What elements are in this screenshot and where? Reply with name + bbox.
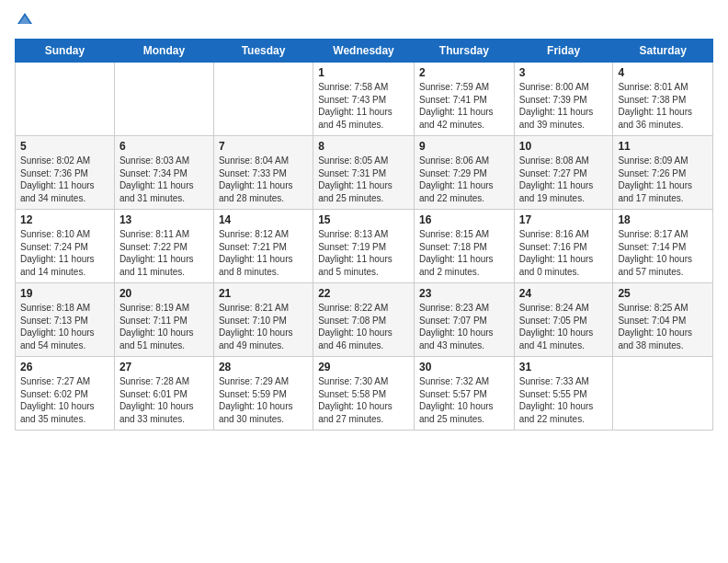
week-row-3: 12Sunrise: 8:10 AM Sunset: 7:24 PM Dayli… [16,210,713,283]
day-info: Sunrise: 8:08 AM Sunset: 7:27 PM Dayligh… [519,155,609,204]
day-info: Sunrise: 7:27 AM Sunset: 6:02 PM Dayligh… [20,375,109,425]
calendar-cell: 13Sunrise: 8:11 AM Sunset: 7:22 PM Dayli… [114,210,213,283]
calendar-cell: 20Sunrise: 8:19 AM Sunset: 7:11 PM Dayli… [114,283,213,357]
day-number: 28 [219,361,308,373]
calendar-body: 1Sunrise: 7:58 AM Sunset: 7:43 PM Daylig… [16,63,713,431]
day-number: 12 [20,213,109,226]
calendar-cell [16,63,115,136]
day-info: Sunrise: 8:25 AM Sunset: 7:04 PM Dayligh… [618,302,708,351]
day-number: 22 [318,287,409,300]
weekday-header-friday: Friday [514,40,613,63]
calendar-cell: 21Sunrise: 8:21 AM Sunset: 7:10 PM Dayli… [213,283,313,357]
logo [15,11,35,31]
calendar-cell: 5Sunrise: 8:02 AM Sunset: 7:36 PM Daylig… [16,136,115,210]
calendar-cell: 11Sunrise: 8:09 AM Sunset: 7:26 PM Dayli… [613,136,713,210]
calendar-cell: 30Sunrise: 7:32 AM Sunset: 5:57 PM Dayli… [414,357,514,431]
day-number: 30 [419,361,509,373]
day-info: Sunrise: 7:28 AM Sunset: 6:01 PM Dayligh… [119,375,209,425]
day-number: 10 [519,140,609,153]
weekday-header-tuesday: Tuesday [213,40,313,63]
day-number: 21 [219,287,308,300]
day-info: Sunrise: 8:15 AM Sunset: 7:18 PM Dayligh… [419,228,509,278]
calendar-cell: 12Sunrise: 8:10 AM Sunset: 7:24 PM Dayli… [16,210,115,283]
week-row-4: 19Sunrise: 8:18 AM Sunset: 7:13 PM Dayli… [16,283,713,357]
calendar-cell: 18Sunrise: 8:17 AM Sunset: 7:14 PM Dayli… [613,210,713,283]
day-number: 14 [219,213,308,226]
day-number: 4 [618,66,708,79]
calendar-cell: 3Sunrise: 8:00 AM Sunset: 7:39 PM Daylig… [514,63,613,136]
day-info: Sunrise: 8:10 AM Sunset: 7:24 PM Dayligh… [20,228,109,278]
day-info: Sunrise: 8:16 AM Sunset: 7:16 PM Dayligh… [519,228,609,278]
calendar-cell: 6Sunrise: 8:03 AM Sunset: 7:34 PM Daylig… [114,136,213,210]
day-info: Sunrise: 8:05 AM Sunset: 7:31 PM Dayligh… [318,155,409,204]
day-number: 19 [20,287,109,300]
day-info: Sunrise: 7:58 AM Sunset: 7:43 PM Dayligh… [318,81,409,131]
day-number: 3 [519,66,609,79]
logo-icon [17,11,33,28]
day-info: Sunrise: 7:33 AM Sunset: 5:55 PM Dayligh… [519,375,609,425]
day-info: Sunrise: 7:59 AM Sunset: 7:41 PM Dayligh… [419,81,509,131]
calendar-cell: 31Sunrise: 7:33 AM Sunset: 5:55 PM Dayli… [514,357,613,431]
weekday-header-sunday: Sunday [16,40,115,63]
day-info: Sunrise: 8:23 AM Sunset: 7:07 PM Dayligh… [419,302,509,351]
day-info: Sunrise: 8:04 AM Sunset: 7:33 PM Dayligh… [219,155,308,204]
calendar-cell: 10Sunrise: 8:08 AM Sunset: 7:27 PM Dayli… [514,136,613,210]
calendar-cell: 2Sunrise: 7:59 AM Sunset: 7:41 PM Daylig… [414,63,514,136]
calendar: SundayMondayTuesdayWednesdayThursdayFrid… [15,39,713,431]
calendar-cell: 1Sunrise: 7:58 AM Sunset: 7:43 PM Daylig… [313,63,415,136]
calendar-cell: 4Sunrise: 8:01 AM Sunset: 7:38 PM Daylig… [613,63,713,136]
day-info: Sunrise: 8:00 AM Sunset: 7:39 PM Dayligh… [519,81,609,131]
day-info: Sunrise: 8:06 AM Sunset: 7:29 PM Dayligh… [419,155,509,204]
day-info: Sunrise: 8:03 AM Sunset: 7:34 PM Dayligh… [119,155,209,204]
calendar-cell: 23Sunrise: 8:23 AM Sunset: 7:07 PM Dayli… [414,283,514,357]
header [15,11,713,31]
week-row-1: 1Sunrise: 7:58 AM Sunset: 7:43 PM Daylig… [16,63,713,136]
calendar-cell [114,63,213,136]
day-number: 17 [519,213,609,226]
calendar-cell: 17Sunrise: 8:16 AM Sunset: 7:16 PM Dayli… [514,210,613,283]
day-number: 16 [419,213,509,226]
day-info: Sunrise: 8:22 AM Sunset: 7:08 PM Dayligh… [318,302,409,351]
day-number: 11 [618,140,708,153]
calendar-cell: 19Sunrise: 8:18 AM Sunset: 7:13 PM Dayli… [16,283,115,357]
week-row-2: 5Sunrise: 8:02 AM Sunset: 7:36 PM Daylig… [16,136,713,210]
calendar-cell [213,63,313,136]
day-number: 8 [318,140,409,153]
day-number: 27 [119,361,209,373]
day-number: 7 [219,140,308,153]
weekday-row: SundayMondayTuesdayWednesdayThursdayFrid… [16,40,713,63]
week-row-5: 26Sunrise: 7:27 AM Sunset: 6:02 PM Dayli… [16,357,713,431]
day-info: Sunrise: 8:12 AM Sunset: 7:21 PM Dayligh… [219,228,308,278]
day-number: 2 [419,66,509,79]
day-number: 13 [119,213,209,226]
calendar-cell: 16Sunrise: 8:15 AM Sunset: 7:18 PM Dayli… [414,210,514,283]
day-number: 24 [519,287,609,300]
day-info: Sunrise: 7:32 AM Sunset: 5:57 PM Dayligh… [419,375,509,425]
day-info: Sunrise: 7:30 AM Sunset: 5:58 PM Dayligh… [318,375,409,425]
calendar-cell: 22Sunrise: 8:22 AM Sunset: 7:08 PM Dayli… [313,283,415,357]
calendar-cell: 15Sunrise: 8:13 AM Sunset: 7:19 PM Dayli… [313,210,415,283]
day-info: Sunrise: 8:19 AM Sunset: 7:11 PM Dayligh… [119,302,209,351]
day-number: 23 [419,287,509,300]
day-info: Sunrise: 8:24 AM Sunset: 7:05 PM Dayligh… [519,302,609,351]
calendar-cell: 27Sunrise: 7:28 AM Sunset: 6:01 PM Dayli… [114,357,213,431]
day-info: Sunrise: 7:29 AM Sunset: 5:59 PM Dayligh… [219,375,308,425]
day-number: 5 [20,140,109,153]
day-info: Sunrise: 8:18 AM Sunset: 7:13 PM Dayligh… [20,302,109,351]
day-info: Sunrise: 8:13 AM Sunset: 7:19 PM Dayligh… [318,228,409,278]
day-info: Sunrise: 8:09 AM Sunset: 7:26 PM Dayligh… [618,155,708,204]
calendar-header: SundayMondayTuesdayWednesdayThursdayFrid… [16,40,713,63]
day-number: 31 [519,361,609,373]
day-info: Sunrise: 8:01 AM Sunset: 7:38 PM Dayligh… [618,81,708,131]
day-info: Sunrise: 8:21 AM Sunset: 7:10 PM Dayligh… [219,302,308,351]
calendar-cell: 24Sunrise: 8:24 AM Sunset: 7:05 PM Dayli… [514,283,613,357]
calendar-cell: 9Sunrise: 8:06 AM Sunset: 7:29 PM Daylig… [414,136,514,210]
calendar-cell [613,357,713,431]
day-number: 15 [318,213,409,226]
calendar-cell: 8Sunrise: 8:05 AM Sunset: 7:31 PM Daylig… [313,136,415,210]
calendar-cell: 28Sunrise: 7:29 AM Sunset: 5:59 PM Dayli… [213,357,313,431]
weekday-header-wednesday: Wednesday [313,40,415,63]
calendar-cell: 7Sunrise: 8:04 AM Sunset: 7:33 PM Daylig… [213,136,313,210]
day-number: 6 [119,140,209,153]
day-number: 20 [119,287,209,300]
